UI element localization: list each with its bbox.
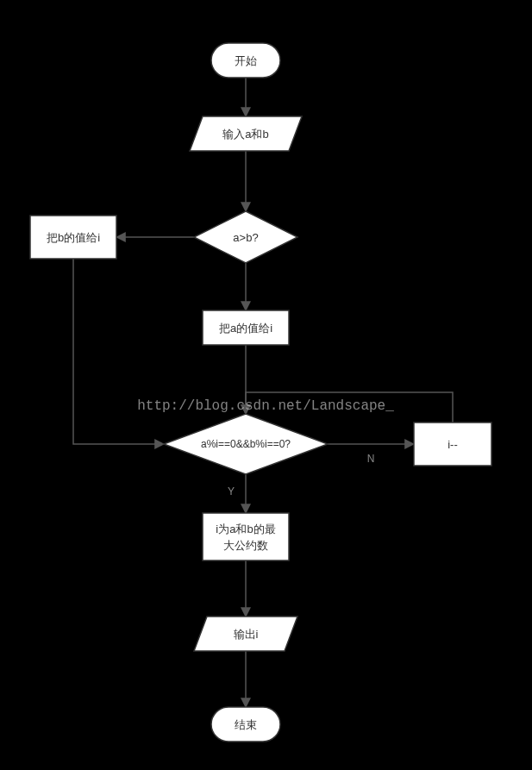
edge-label-Y: Y xyxy=(228,485,235,498)
node-dec-label: i-- xyxy=(448,438,458,451)
edge-label-N: N xyxy=(367,453,375,465)
node-gcd xyxy=(203,513,289,560)
flowchart-canvas: N Y 开始 输入a和b a>b? 把b的值给i 把a的值给i a%i==0&&… xyxy=(0,0,532,770)
node-cmp-label: a>b? xyxy=(233,231,258,244)
node-output-label: 输出i xyxy=(234,628,259,641)
edge-assignb-mod xyxy=(73,259,164,444)
node-gcd-label-1: i为a和b的最 xyxy=(216,523,275,535)
node-end-label: 结束 xyxy=(235,718,257,731)
watermark-text: http://blog.csdn.net/Landscape_ xyxy=(137,398,394,414)
node-assign-b-label: 把b的值给i xyxy=(47,231,100,244)
node-start-label: 开始 xyxy=(235,54,257,67)
node-gcd-label-2: 大公约数 xyxy=(223,539,268,552)
node-input-label: 输入a和b xyxy=(222,128,268,141)
node-assign-a-label: 把a的值给i xyxy=(219,322,272,335)
node-mod-label: a%i==0&&b%i==0? xyxy=(201,438,291,450)
